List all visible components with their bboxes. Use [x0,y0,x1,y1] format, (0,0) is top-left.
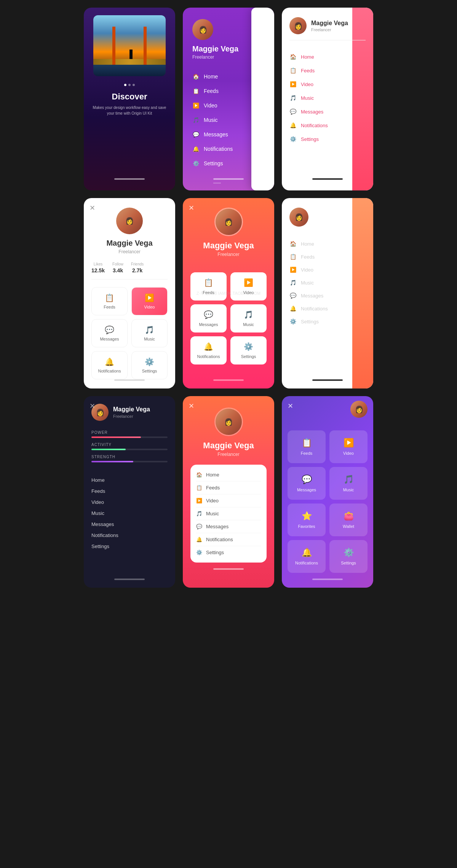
video-icon: ▶️ [289,81,296,88]
feeds-icon: 📋 [289,253,296,260]
menu-item-settings[interactable]: ⚙️Settings [196,546,261,559]
menu-item-home[interactable]: 🏠Home [289,237,366,250]
feeds-icon: 📋 [105,293,114,302]
menu-item-home[interactable]: 🏠Home [289,50,366,64]
card-purple-grid: ✕ 👩 📋 Feeds ▶️ Video 💬 Messages 🎵 Music [282,396,373,588]
row-1: Discover Makes your design workflow easy… [8,8,449,190]
grid-feeds[interactable]: 📋 Feeds [91,287,128,315]
profile-role: Freelancer [217,252,239,257]
close-button[interactable]: ✕ [89,204,95,212]
settings-icon: ⚙️ [344,548,354,558]
home-indicator [213,379,244,381]
bell-icon: 🔔 [196,537,202,542]
menu-item-notifications[interactable]: 🔔Notifications [289,118,366,132]
messages-icon: 💬 [192,131,199,138]
discover-title: Discover [112,92,147,102]
settings-icon: ⚙️ [289,318,296,325]
grid-notifications[interactable]: 🔔 Notifications [91,351,128,379]
home-indicator [114,178,145,180]
follow-value: 3.4k [113,267,123,273]
menu-list: 🏠Home 📋Feeds ▶️Video 🎵Music 💬Messages 🔔N… [289,237,366,328]
menu-label-home: Home [204,74,218,80]
grid-video[interactable]: ▶️ Video [329,430,368,463]
menu-item-home[interactable]: Home [91,475,168,486]
menu-item-music[interactable]: 🎵Music [196,507,261,520]
menu-item-music[interactable]: Music [91,508,168,519]
card-purple-menu: 👩 Maggie Vega Freelancer 🏠Home 📋Feeds ▶️… [183,8,274,190]
menu-item-video[interactable]: ▶️Video [289,77,366,91]
messages-icon: 💬 [302,475,312,484]
home-indicator: — [213,178,244,180]
messages-icon: 💬 [196,524,202,529]
video-icon: ▶️ [196,498,202,504]
power-bar-bg [91,436,168,438]
avatar: 👩 [289,208,308,227]
menu-item-messages[interactable]: Messages [91,519,168,530]
bell-icon: 🔔 [302,548,312,558]
menu-item-messages[interactable]: 💬Messages [289,289,366,302]
grid-video[interactable]: ▶️ Video [230,272,267,301]
grid-settings[interactable]: ⚙️ Settings [131,351,168,379]
strength-bar-bg [91,461,168,462]
menu-item-settings[interactable]: Settings [91,541,168,552]
menu-item-feeds[interactable]: 📋Feeds [289,64,366,77]
close-button[interactable]: ✕ [288,402,293,410]
menu-item-messages[interactable]: 💬Messages [196,520,261,533]
grid-settings[interactable]: ⚙️ Settings [230,336,267,364]
close-button[interactable]: ✕ [189,402,194,410]
settings-icon: ⚙️ [145,357,154,366]
white-panel-overlay [251,8,274,190]
bell-icon: 🔔 [105,357,114,366]
menu-item-notifications[interactable]: 🔔Notifications [196,533,261,546]
grid-notifications[interactable]: 🔔 Notifications [190,336,227,364]
menu-item-feeds[interactable]: 📋Feeds [196,481,261,494]
grid-music[interactable]: 🎵 Music [230,304,267,332]
menu-item-notifications[interactable]: Notifications [91,530,168,541]
menu-item-video[interactable]: Video [91,497,168,508]
home-indicator [114,579,145,580]
stat-likes: Likes 12.5k [91,262,105,273]
menu-item-video[interactable]: ▶️Video [196,494,261,507]
menu-item-messages[interactable]: 💬Messages [289,105,366,118]
menu-item-settings[interactable]: ⚙️Settings [289,315,366,328]
stat-friends: Friends 2.7k [131,262,144,273]
music-icon: 🎵 [289,94,296,101]
close-button[interactable]: ✕ [89,402,169,410]
menu-item-video[interactable]: ▶️Video [289,263,366,276]
card-pink-menu: ✕ 👩 Maggie Vega Freelancer 🏠Home 📋Feeds … [183,396,274,588]
grid-music[interactable]: 🎵 Music [329,467,368,500]
grid-messages[interactable]: 💬 Messages [190,304,227,332]
menu-label-notifications: Notifications [204,146,233,152]
menu-item-notifications[interactable]: 🔔Notifications [289,302,366,315]
power-label: POWER [91,430,168,435]
menu-item-feeds[interactable]: Feeds [91,486,168,497]
grid-feeds[interactable]: 📋 Feeds [288,430,326,463]
grid-favorites[interactable]: ⭐ Favorites [288,504,326,536]
grid-messages[interactable]: 💬 Messages [288,467,326,500]
grid-wallet[interactable]: 👛 Wallet [329,504,368,536]
profile-name: Maggie Vega [311,20,348,27]
menu-item-music[interactable]: 🎵Music [289,276,366,289]
profile-role: Freelancer [217,452,239,457]
discover-subtitle: Makes your design workflow easy and save… [89,105,169,116]
menu-item-music[interactable]: 🎵Music [289,91,366,105]
row-2: Z·早道大师 IAMDK.TAOBAO.COM ✕ 👩 Maggie Vega … [8,198,449,388]
card-white-menu: 👩 Maggie Vega Freelancer 🏠Home 📋Feeds ▶️… [282,8,373,190]
close-button[interactable]: ✕ [189,204,194,212]
grid-music[interactable]: 🎵 Music [131,319,168,347]
bell-icon: 🔔 [289,305,296,312]
likes-value: 12.5k [91,267,105,273]
strength-label: STRENGTH [91,455,168,459]
grid-feeds[interactable]: 📋 Feeds [190,272,227,301]
menu-item-feeds[interactable]: 📋Feeds [289,250,366,263]
grid-notifications[interactable]: 🔔 Notifications [288,540,326,573]
grid-settings[interactable]: ⚙️ Settings [329,540,368,573]
feeds-icon: 📋 [196,485,202,491]
menu-item-settings[interactable]: ⚙️Settings [289,132,366,146]
settings-icon: ⚙️ [196,550,202,555]
menu-item-home[interactable]: 🏠Home [196,468,261,481]
music-icon: 🎵 [289,279,296,286]
menu-label-video: Video [204,102,217,109]
grid-messages[interactable]: 💬 Messages [91,319,128,347]
grid-video[interactable]: ▶️ Video [131,287,168,315]
